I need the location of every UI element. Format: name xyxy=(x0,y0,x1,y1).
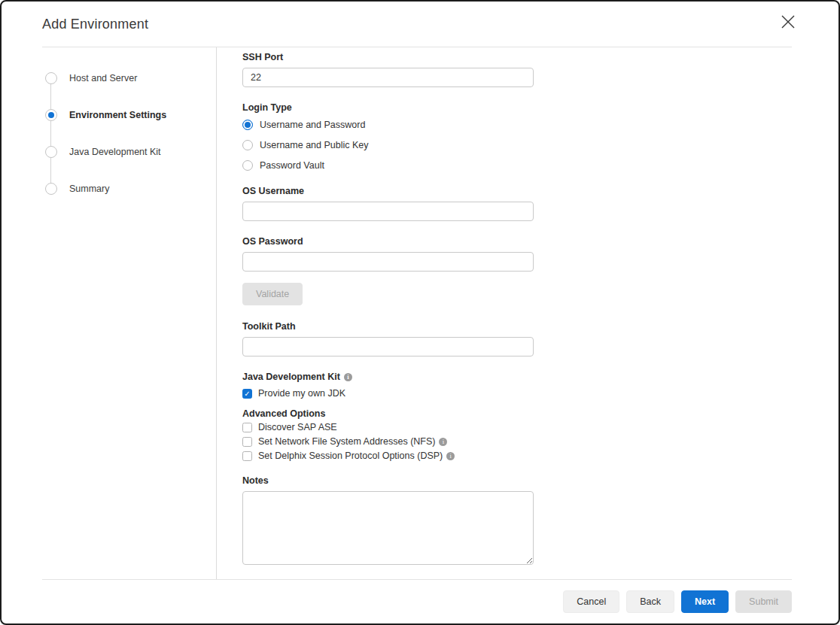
checkbox-icon xyxy=(242,423,252,432)
add-environment-dialog: Add Environment Host and Server xyxy=(0,0,840,625)
step-circle-icon xyxy=(45,183,57,195)
os-password-group: OS Password xyxy=(242,236,838,272)
checkbox-label: Discover SAP ASE xyxy=(258,422,337,432)
back-button[interactable]: Back xyxy=(626,590,674,613)
os-username-input[interactable] xyxy=(242,202,534,221)
jdk-label-text: Java Development Kit xyxy=(242,372,340,382)
validate-button[interactable]: Validate xyxy=(242,283,303,305)
info-icon[interactable]: i xyxy=(439,438,447,446)
radio-label: Password Vault xyxy=(260,160,324,171)
step-label: Host and Server xyxy=(69,73,137,83)
dialog-footer: Cancel Back Next Submit xyxy=(2,580,838,623)
ssh-port-label: SSH Port xyxy=(242,52,838,62)
submit-button[interactable]: Submit xyxy=(735,590,792,613)
step-label: Summary xyxy=(69,184,109,194)
checkbox-set-nfs-addresses[interactable]: Set Network File System Addresses (NFS) … xyxy=(242,435,838,448)
info-icon[interactable]: i xyxy=(446,452,455,460)
step-environment-settings[interactable]: Environment Settings xyxy=(45,109,216,121)
checkbox-label-text: Set Network File System Addresses (NFS) xyxy=(258,436,435,447)
notes-label: Notes xyxy=(242,475,838,486)
close-icon xyxy=(779,13,797,33)
page-title: Add Environment xyxy=(42,17,148,32)
step-circle-icon xyxy=(45,146,57,158)
radio-label: Username and Password xyxy=(260,120,365,130)
advanced-options-group: Advanced Options Discover SAP ASE Set Ne… xyxy=(242,408,838,462)
step-label: Environment Settings xyxy=(69,110,166,120)
notes-textarea[interactable] xyxy=(242,491,534,565)
radio-password-vault[interactable]: Password Vault xyxy=(242,159,838,172)
jdk-group: Java Development Kit i Provide my own JD… xyxy=(242,372,838,399)
wizard-sidebar: Host and Server Environment Settings Jav… xyxy=(2,47,217,579)
checkbox-label: Set Network File System Addresses (NFS) … xyxy=(258,436,447,447)
step-java-development-kit[interactable]: Java Development Kit xyxy=(45,146,216,158)
checkbox-discover-sap-ase[interactable]: Discover SAP ASE xyxy=(242,421,838,433)
jdk-label: Java Development Kit i xyxy=(242,372,838,382)
dialog-main: Host and Server Environment Settings Jav… xyxy=(2,47,838,579)
radio-icon xyxy=(242,120,253,130)
login-type-group: Login Type Username and Password Usernam… xyxy=(242,102,838,172)
checkbox-provide-my-own-jdk[interactable]: Provide my own JDK xyxy=(242,387,838,399)
step-circle-icon xyxy=(45,72,57,84)
cancel-button[interactable]: Cancel xyxy=(563,590,619,613)
os-password-label: OS Password xyxy=(242,236,838,247)
step-host-and-server[interactable]: Host and Server xyxy=(45,72,216,84)
checkbox-label-text: Set Delphix Session Protocol Options (DS… xyxy=(258,451,443,461)
os-username-label: OS Username xyxy=(242,186,838,196)
login-type-label: Login Type xyxy=(242,102,838,113)
step-connector-line xyxy=(50,80,51,190)
checkbox-icon xyxy=(242,389,252,399)
os-password-input[interactable] xyxy=(242,252,534,272)
toolkit-path-group: Toolkit Path xyxy=(242,321,838,356)
info-icon[interactable]: i xyxy=(344,373,352,381)
wizard-steps: Host and Server Environment Settings Jav… xyxy=(45,72,216,195)
step-circle-icon xyxy=(45,109,57,121)
radio-username-and-password[interactable]: Username and Password xyxy=(242,118,838,132)
dialog-header: Add Environment xyxy=(2,2,838,47)
environment-settings-form: SSH Port Login Type Username and Passwor… xyxy=(217,47,838,579)
os-username-group: OS Username xyxy=(242,186,838,221)
notes-group: Notes xyxy=(242,475,838,568)
checkbox-label: Set Delphix Session Protocol Options (DS… xyxy=(258,451,455,461)
step-label: Java Development Kit xyxy=(69,147,161,157)
ssh-port-input[interactable] xyxy=(242,68,534,87)
toolkit-path-input[interactable] xyxy=(242,337,534,356)
ssh-port-group: SSH Port xyxy=(242,52,838,87)
radio-username-and-public-key[interactable]: Username and Public Key xyxy=(242,138,838,152)
radio-icon xyxy=(242,160,253,171)
checkbox-icon xyxy=(242,437,252,447)
next-button[interactable]: Next xyxy=(681,590,729,613)
checkbox-icon xyxy=(242,451,252,461)
radio-label: Username and Public Key xyxy=(260,140,369,150)
toolkit-path-label: Toolkit Path xyxy=(242,321,838,332)
checkbox-set-dsp-options[interactable]: Set Delphix Session Protocol Options (DS… xyxy=(242,450,838,462)
radio-icon xyxy=(242,140,253,150)
close-button[interactable] xyxy=(777,11,799,34)
advanced-options-label: Advanced Options xyxy=(242,408,838,419)
checkbox-label: Provide my own JDK xyxy=(258,388,345,399)
step-summary[interactable]: Summary xyxy=(45,183,216,195)
